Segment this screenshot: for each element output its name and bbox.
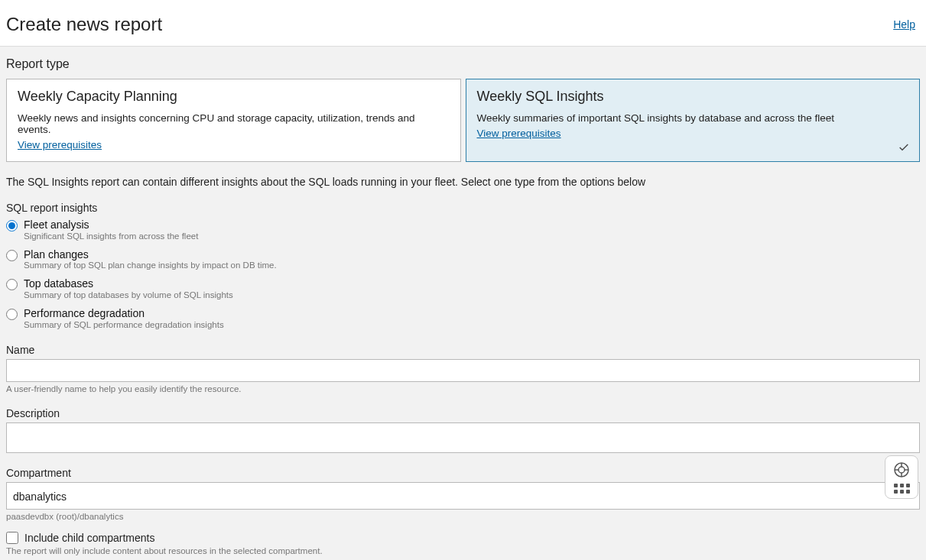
include-children-helper: The report will only include content abo… [6, 546, 920, 555]
card-title: Weekly Capacity Planning [18, 89, 450, 105]
sql-insight-intro: The SQL Insights report can contain diff… [6, 176, 920, 188]
help-link[interactable]: Help [893, 18, 915, 31]
card-weekly-capacity[interactable]: Weekly Capacity Planning Weekly news and… [6, 79, 461, 162]
compartment-field: Compartment dbanalytics paasdevdbx (root… [6, 467, 920, 521]
radio-sub: Summary of top SQL plan change insights … [24, 261, 277, 271]
name-input[interactable] [6, 359, 920, 382]
card-weekly-sql-insights[interactable]: Weekly SQL Insights Weekly summaries of … [466, 79, 921, 162]
radio-title: Performance degradation [24, 307, 224, 320]
compartment-value: dbanalytics [13, 490, 67, 503]
report-type-label: Report type [6, 57, 920, 71]
report-type-cards: Weekly Capacity Planning Weekly news and… [6, 79, 920, 162]
support-widget[interactable] [885, 455, 918, 499]
radio-input-topdb[interactable] [6, 279, 18, 290]
include-children-label: Include child compartments [24, 532, 154, 544]
description-input[interactable] [6, 422, 920, 453]
include-children-checkbox[interactable] [6, 532, 18, 544]
sql-report-insights-label: SQL report insights [6, 202, 920, 214]
card-desc: Weekly summaries of important SQL insigh… [477, 112, 909, 124]
content-area: Report type Weekly Capacity Planning Wee… [0, 47, 926, 555]
radio-input-fleet[interactable] [6, 220, 18, 231]
view-prereq-link[interactable]: View prerequisites [477, 128, 561, 139]
name-field: Name A user-friendly name to help you ea… [6, 344, 920, 393]
radio-plan-changes[interactable]: Plan changes Summary of top SQL plan cha… [6, 248, 920, 272]
radio-input-perf[interactable] [6, 309, 18, 320]
name-label: Name [6, 344, 920, 356]
compartment-label: Compartment [6, 467, 920, 479]
radio-top-databases[interactable]: Top databases Summary of top databases b… [6, 277, 920, 301]
radio-title: Plan changes [24, 248, 277, 261]
compartment-select[interactable]: dbanalytics [6, 482, 920, 510]
view-prereq-link[interactable]: View prerequisites [18, 139, 102, 151]
radio-fleet-analysis[interactable]: Fleet analysis Significant SQL insights … [6, 218, 920, 242]
card-desc: Weekly news and insights concerning CPU … [18, 112, 450, 135]
compartment-path: paasdevdbx (root)/dbanalytics [6, 512, 920, 521]
radio-input-plan[interactable] [6, 250, 18, 261]
page-header: Create news report Help [0, 0, 926, 47]
radio-sub: Significant SQL insights from across the… [24, 231, 198, 242]
life-ring-icon [892, 461, 911, 479]
card-title: Weekly SQL Insights [477, 89, 909, 105]
check-icon [898, 141, 910, 154]
grid-icon [894, 484, 910, 494]
radio-sub: Summary of SQL performance degradation i… [24, 320, 224, 331]
include-children-row[interactable]: Include child compartments [6, 532, 920, 544]
description-label: Description [6, 407, 920, 419]
name-helper: A user-friendly name to help you easily … [6, 384, 920, 393]
radio-title: Fleet analysis [24, 218, 198, 231]
page-title: Create news report [6, 14, 162, 35]
description-field: Description [6, 407, 920, 453]
radio-sub: Summary of top databases by volume of SQ… [24, 290, 233, 301]
radio-title: Top databases [24, 277, 233, 290]
svg-point-1 [898, 467, 905, 473]
radio-performance-degradation[interactable]: Performance degradation Summary of SQL p… [6, 307, 920, 331]
